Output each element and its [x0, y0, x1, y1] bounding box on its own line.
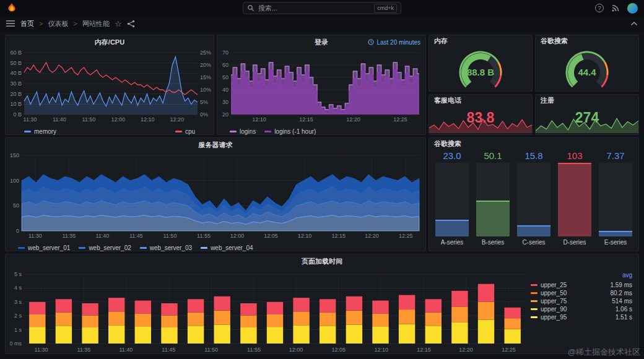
memory-cpu-chart[interactable]: 0 B10 B20 B30 B40 B50 B60 B0%5%10%15%20%… [6, 49, 214, 123]
grafana-logo-icon[interactable] [6, 2, 17, 14]
svg-text:11:35: 11:35 [62, 233, 76, 239]
legend-item[interactable]: upper_951.51 s [531, 313, 632, 321]
svg-text:150: 150 [10, 152, 19, 158]
breadcrumb-separator: > [73, 20, 77, 27]
star-icon[interactable]: ☆ [115, 19, 122, 28]
logins-legend: loginslogins (-1 hour) [217, 126, 425, 137]
panel-signups: 注册 274 [535, 94, 639, 135]
legend-item[interactable]: logins [230, 128, 256, 135]
svg-text:70: 70 [222, 50, 228, 56]
legend-item[interactable]: web_server_01 [18, 244, 70, 251]
legend-label: memory [34, 128, 56, 135]
logins-chart[interactable]: 20304050607012:1012:1512:2012:25 [217, 49, 425, 123]
panel-title-support-calls[interactable]: 客服电话 [429, 95, 532, 106]
collapse-row-button[interactable] [630, 21, 638, 27]
bar-gauge-fill [517, 225, 550, 236]
breadcrumb-home[interactable]: 首页 [20, 19, 34, 28]
svg-text:12:05: 12:05 [332, 347, 346, 353]
news-icon[interactable] [611, 4, 620, 12]
svg-text:20 B: 20 B [10, 91, 22, 97]
signups-stat[interactable]: 274 [536, 106, 638, 133]
svg-text:11:55: 11:55 [247, 347, 261, 353]
legend-value: 514 ms [605, 298, 632, 305]
bar-gauge-column[interactable]: 15.8C-series [517, 150, 550, 246]
page-load-time-chart[interactable]: 0 ms1 s2 s3 s4 s5 s11:3011:3511:4011:451… [6, 268, 531, 353]
panel-title-google-bar-gauge[interactable]: 谷歌搜索 [429, 138, 638, 149]
legend-item[interactable]: memory [24, 128, 56, 135]
time-range-override[interactable]: Last 20 minutes [368, 35, 420, 49]
svg-text:11:55: 11:55 [197, 233, 211, 239]
support-calls-value: 83.8 [429, 106, 532, 129]
bar-gauge-label: B-series [476, 236, 510, 246]
svg-text:12:10: 12:10 [298, 233, 312, 239]
legend-item[interactable]: web_server_02 [79, 244, 131, 251]
svg-text:11:30: 11:30 [28, 233, 42, 239]
legend-item[interactable]: upper_75514 ms [531, 297, 632, 305]
svg-text:12:20: 12:20 [365, 233, 379, 239]
legend-swatch [531, 308, 537, 310]
bar-gauge-value: 7.37 [599, 150, 632, 163]
svg-text:11:30: 11:30 [35, 347, 48, 353]
panel-title-memory-gauge[interactable]: 内存 [429, 35, 532, 46]
svg-text:12:25: 12:25 [502, 347, 516, 353]
panel-title-logins[interactable]: 登录 Last 20 minutes [217, 35, 425, 49]
avatar[interactable] [627, 3, 638, 14]
svg-text:100: 100 [10, 178, 19, 184]
svg-text:40: 40 [222, 87, 228, 93]
svg-text:11:50: 11:50 [163, 233, 177, 239]
legend-item[interactable]: web_server_04 [201, 244, 253, 251]
svg-text:12:25: 12:25 [393, 116, 407, 123]
svg-text:5%: 5% [200, 99, 208, 105]
legend-item[interactable]: cpu [175, 128, 195, 135]
legend-label: upper_90 [541, 306, 602, 313]
watermark: @稀土掘金技术社区 [568, 347, 640, 358]
server-requests-chart[interactable]: 05010015011:3011:3511:4011:4511:5011:551… [6, 152, 425, 240]
legend-value: 80.2 ms [605, 290, 632, 296]
help-icon[interactable]: ? [595, 4, 604, 12]
legend-item[interactable]: upper_901.06 s [531, 305, 632, 313]
svg-text:12:10: 12:10 [374, 347, 388, 353]
search-input[interactable]: 搜索... cmd+k [243, 2, 401, 14]
bar-gauge-track [517, 163, 550, 236]
svg-text:12:20: 12:20 [346, 116, 360, 123]
legend-item[interactable]: logins (-1 hour) [264, 128, 316, 135]
memory-gauge[interactable]: 88.8 B [429, 46, 532, 90]
memory-cpu-legend: memorycpu [6, 126, 214, 137]
panel-title-google-gauge[interactable]: 谷歌搜索 [536, 35, 638, 46]
panel-title-page-load-time[interactable]: 页面加载时间 [6, 254, 638, 268]
bar-gauge-column[interactable]: 103D-series [558, 150, 591, 246]
panel-memory-gauge: 内存 88.8 B [429, 35, 533, 92]
svg-text:11:40: 11:40 [120, 347, 133, 353]
bar-gauge-column[interactable]: 23.0A-series [435, 150, 469, 246]
panel-title-memory-cpu[interactable]: 内存/CPU [6, 35, 214, 49]
svg-text:12:15: 12:15 [299, 116, 313, 123]
legend-swatch [531, 300, 537, 302]
legend-label: upper_75 [541, 298, 602, 305]
legend-item[interactable]: web_server_03 [140, 244, 192, 251]
shortcut-badge: cmd+k [374, 4, 397, 13]
panel-title-server-requests[interactable]: 服务器请求 [6, 138, 425, 152]
legend-label: upper_95 [541, 314, 602, 321]
support-calls-stat[interactable]: 83.8 [429, 106, 532, 133]
share-icon[interactable] [127, 20, 135, 28]
breadcrumb-current[interactable]: 网站性能 [82, 19, 110, 28]
svg-text:10%: 10% [200, 87, 211, 93]
svg-text:3 s: 3 s [14, 299, 22, 305]
svg-text:60: 60 [222, 62, 228, 68]
breadcrumb-dashboards[interactable]: 仪表板 [48, 19, 68, 28]
svg-text:2 s: 2 s [14, 313, 22, 319]
bar-gauge-track [558, 163, 591, 236]
bar-gauge-column[interactable]: 50.1B-series [476, 150, 510, 246]
search-icon [247, 4, 255, 12]
svg-text:12:20: 12:20 [459, 347, 473, 353]
legend-item[interactable]: upper_251.59 ms [531, 281, 632, 289]
svg-text:40 B: 40 B [10, 70, 22, 76]
google-search-gauge[interactable]: 44.4 [536, 46, 638, 90]
bar-gauge-column[interactable]: 7.37E-series [599, 150, 632, 246]
legend-item[interactable]: upper_5080.2 ms [531, 289, 632, 297]
svg-text:50: 50 [222, 74, 228, 80]
panel-title-signups[interactable]: 注册 [536, 95, 638, 106]
menu-icon[interactable] [6, 20, 15, 27]
google-bar-gauge[interactable]: 23.0A-series50.1B-series15.8C-series103D… [429, 149, 638, 248]
svg-text:20%: 20% [200, 62, 211, 68]
